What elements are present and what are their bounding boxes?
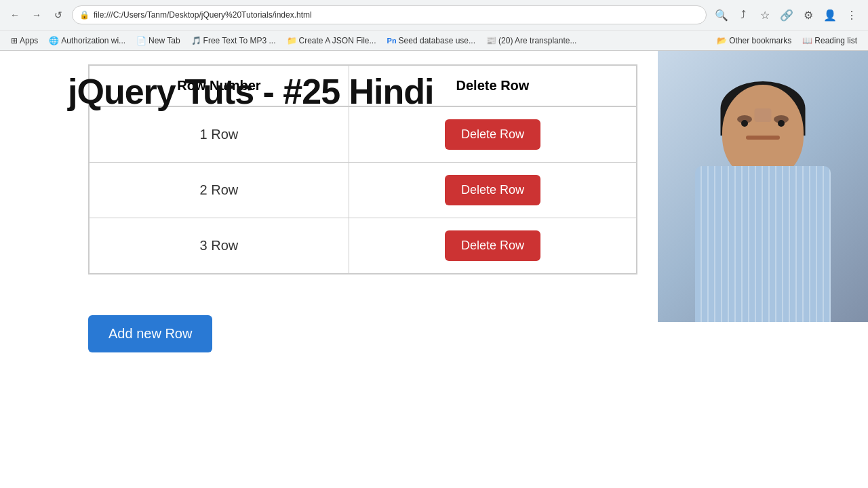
mp3-icon: 🎵 xyxy=(191,36,201,45)
delete-cell: Delete Row xyxy=(349,106,637,163)
bookmark-seed-label: Seed database use... xyxy=(399,36,475,45)
bookmark-mp3[interactable]: 🎵 Free Text To MP3 ... xyxy=(187,35,280,47)
reload-button[interactable]: ↺ xyxy=(50,7,66,23)
auth-icon: 🌐 xyxy=(49,36,59,45)
person-silhouette xyxy=(675,71,851,322)
row-number-cell: 3 Row xyxy=(89,218,349,274)
delete-row-button-3[interactable]: Delete Row xyxy=(445,230,540,261)
person-head xyxy=(722,85,804,180)
bookmark-newtab-label: New Tab xyxy=(149,36,180,45)
bookmark-other[interactable]: 📂 Other bookmarks xyxy=(713,35,795,47)
table-row: 1 Row Delete Row xyxy=(89,106,637,163)
delete-cell: Delete Row xyxy=(349,218,637,274)
apps-icon: ⊞ xyxy=(11,36,18,45)
table-row: 3 Row Delete Row xyxy=(89,218,637,274)
seed-icon: Pn xyxy=(387,37,397,45)
menu-icon[interactable]: ⋮ xyxy=(842,5,861,24)
page-content: jQuery Tuts - #25 Hindi Row Number xyxy=(0,51,868,488)
browser-toolbar: ← → ↺ 🔒 file:///C:/Users/Tanm/Desktop/jQ… xyxy=(0,0,868,30)
row-number-cell: 1 Row xyxy=(89,106,349,163)
bookmark-apps[interactable]: ⊞ Apps xyxy=(7,35,42,47)
profile-image xyxy=(658,51,868,322)
data-table: Row Number Delete Row 1 Row Delete Row 2… xyxy=(88,64,637,274)
bookmark-mp3-label: Free Text To MP3 ... xyxy=(203,36,276,45)
bookmark-transplant-label: (20) Are transplante... xyxy=(498,36,576,45)
browser-chrome: ← → ↺ 🔒 file:///C:/Users/Tanm/Desktop/jQ… xyxy=(0,0,868,51)
lock-icon: 🔒 xyxy=(79,10,90,20)
back-button[interactable]: ← xyxy=(7,7,23,23)
bookmark-reading[interactable]: 📖 Reading list xyxy=(798,35,861,47)
delete-row-button-1[interactable]: Delete Row xyxy=(445,119,540,150)
person-body xyxy=(695,166,831,322)
bookmark-seed[interactable]: Pn Seed database use... xyxy=(383,35,479,47)
url-text: file:///C:/Users/Tanm/Desktop/jQuery%20T… xyxy=(94,10,699,20)
row-number-cell: 2 Row xyxy=(89,163,349,218)
extension-icon[interactable]: 🔗 xyxy=(777,5,796,24)
col-row-number-header: Row Number xyxy=(89,65,349,106)
col-delete-row-header: Delete Row xyxy=(349,65,637,106)
search-icon[interactable]: 🔍 xyxy=(712,5,731,24)
bookmarks-bar: ⊞ Apps 🌐 Authorization wi... 📄 New Tab 🎵… xyxy=(0,30,868,50)
delete-row-button-2[interactable]: Delete Row xyxy=(445,175,540,205)
bookmark-json-label: Create A JSON File... xyxy=(299,36,376,45)
address-bar[interactable]: 🔒 file:///C:/Users/Tanm/Desktop/jQuery%2… xyxy=(72,5,707,24)
bookmark-apps-label: Apps xyxy=(20,36,38,45)
bookmark-other-label: Other bookmarks xyxy=(729,36,791,45)
bookmark-reading-label: Reading list xyxy=(814,36,857,45)
delete-cell: Delete Row xyxy=(349,163,637,218)
toolbar-icons: 🔍 ⤴ ☆ 🔗 ⚙ 👤 ⋮ xyxy=(712,5,861,24)
bookmark-transplant[interactable]: 📰 (20) Are transplante... xyxy=(482,35,580,47)
transplant-icon: 📰 xyxy=(486,36,496,45)
add-new-row-button[interactable]: Add new Row xyxy=(88,315,212,352)
table-row: 2 Row Delete Row xyxy=(89,163,637,218)
bookmark-star-icon[interactable]: ☆ xyxy=(755,5,774,24)
newtab-icon: 📄 xyxy=(136,36,146,45)
reading-icon: 📖 xyxy=(802,36,812,45)
bookmark-auth-label: Authorization wi... xyxy=(61,36,125,45)
settings-icon[interactable]: ⚙ xyxy=(799,5,818,24)
table-container: Row Number Delete Row 1 Row Delete Row 2… xyxy=(88,64,637,274)
profile-icon[interactable]: 👤 xyxy=(821,5,840,24)
bookmark-newtab[interactable]: 📄 New Tab xyxy=(132,35,184,47)
folder-icon: 📂 xyxy=(717,36,727,45)
share-icon[interactable]: ⤴ xyxy=(734,5,753,24)
json-icon: 📁 xyxy=(287,36,297,45)
forward-button[interactable]: → xyxy=(28,7,45,23)
bookmark-auth[interactable]: 🌐 Authorization wi... xyxy=(45,35,130,47)
bookmark-json[interactable]: 📁 Create A JSON File... xyxy=(283,35,380,47)
